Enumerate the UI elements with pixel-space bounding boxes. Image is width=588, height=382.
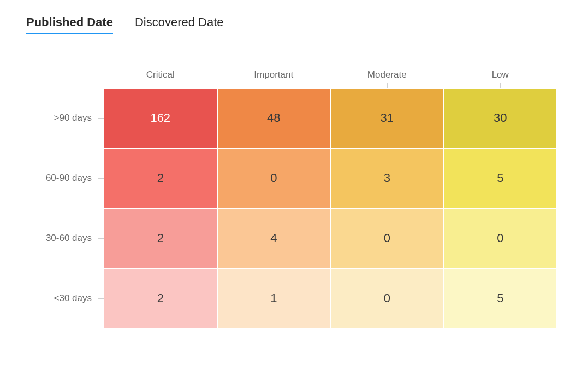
cell-60-90-low[interactable]: 5 [444, 148, 557, 208]
cell-60-90-moderate[interactable]: 3 [330, 148, 444, 208]
date-tabs: Published Date Discovered Date [22, 15, 566, 34]
heatmap-corner [22, 66, 104, 88]
cell-lt30-low[interactable]: 5 [444, 268, 557, 328]
cell-lt30-critical[interactable]: 2 [104, 268, 217, 328]
cell-60-90-critical[interactable]: 2 [104, 148, 217, 208]
tab-discovered-date[interactable]: Discovered Date [135, 15, 224, 34]
cell-gt90-important[interactable]: 48 [217, 88, 331, 148]
cell-lt30-important[interactable]: 1 [217, 268, 331, 328]
row-header-30-60: 30-60 days [22, 208, 104, 268]
cell-gt90-low[interactable]: 30 [444, 88, 557, 148]
row-header-lt30: <30 days [22, 268, 104, 328]
cell-30-60-critical[interactable]: 2 [104, 208, 217, 268]
col-header-low: Low [444, 69, 557, 88]
cell-30-60-moderate[interactable]: 0 [330, 208, 444, 268]
cell-gt90-moderate[interactable]: 31 [330, 88, 444, 148]
cell-gt90-critical[interactable]: 162 [104, 88, 217, 148]
col-header-critical: Critical [104, 69, 217, 88]
cell-lt30-moderate[interactable]: 0 [330, 268, 444, 328]
vulnerability-heatmap: Critical Important Moderate Low >90 days… [22, 66, 557, 328]
col-header-important: Important [217, 69, 331, 88]
cell-60-90-important[interactable]: 0 [217, 148, 331, 208]
cell-30-60-important[interactable]: 4 [217, 208, 331, 268]
tab-published-date[interactable]: Published Date [26, 15, 113, 34]
col-header-moderate: Moderate [330, 69, 444, 88]
row-header-60-90: 60-90 days [22, 148, 104, 208]
cell-30-60-low[interactable]: 0 [444, 208, 557, 268]
row-header-gt90: >90 days [22, 88, 104, 148]
